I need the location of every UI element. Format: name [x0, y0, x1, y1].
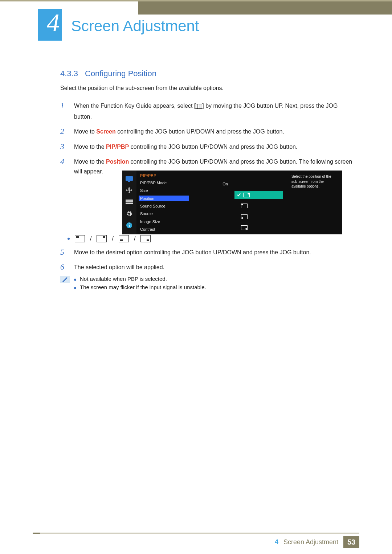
section-number: 4.3.3 [60, 69, 78, 78]
footer: 4 Screen Adjustment 53 [275, 536, 359, 548]
note-icon [60, 276, 70, 283]
osd-item: PIP/PBP Mode [140, 180, 187, 185]
position-br-icon [241, 225, 248, 230]
keyword-position: Position [106, 159, 129, 165]
svg-rect-9 [129, 225, 130, 227]
step-number: 1 [60, 101, 68, 122]
osd-description: Select the position of the sub-screen fr… [287, 171, 342, 234]
svg-rect-3 [126, 176, 133, 181]
osd-options [231, 171, 287, 234]
position-tr-icon [97, 235, 107, 242]
list-icon [125, 199, 133, 205]
svg-rect-7 [126, 203, 133, 204]
osd-item: Image Size [140, 219, 187, 224]
osd-title: PIP/PBP [140, 173, 187, 178]
bullet-icon [68, 238, 70, 240]
svg-rect-5 [126, 200, 133, 201]
osd-screenshot: PIP/PBP PIP/PBP Mode Size Position Sound… [122, 171, 342, 234]
osd-option [234, 223, 283, 231]
osd-items: PIP/PBP PIP/PBP Mode Size Position Sound… [136, 171, 191, 234]
note-block: Not available when PBP is selected. The … [60, 276, 356, 292]
osd-option-selected [234, 191, 283, 199]
footer-separator-accent [33, 533, 40, 534]
bullet-icon [74, 287, 76, 289]
step-body: The selected option will be applied. [74, 262, 356, 272]
osd-item: Source [140, 211, 187, 217]
step-3: 3 Move to the PIP/PBP controlling the JO… [60, 142, 356, 152]
svg-rect-10 [129, 223, 130, 224]
position-bl-icon [119, 235, 129, 242]
note-text: Not available when PBP is selected. [80, 276, 167, 282]
position-bl-icon [241, 214, 248, 219]
text: Move to [74, 128, 96, 135]
step-number: 5 [60, 247, 68, 257]
step-6: 6 The selected option will be applied. [60, 262, 356, 272]
section-title: Configuring Position [85, 69, 156, 78]
position-br-icon [140, 235, 151, 242]
note-text: The screen may flicker if the input sign… [80, 284, 206, 290]
separator: / [134, 235, 135, 242]
position-tl-icon [241, 204, 248, 208]
osd-item: Sound Source [140, 203, 187, 209]
footer-page-number: 53 [343, 536, 359, 548]
keyword-pippbp: PIP/PBP [106, 144, 129, 150]
osd-option [234, 213, 283, 221]
osd-category-sidebar [122, 171, 136, 234]
move-icon [125, 187, 133, 194]
menu-icon [196, 102, 202, 112]
steps-list: 1 When the Function Key Guide appears, s… [60, 96, 356, 176]
lower-content: / / / 5 Move to the desired option contr… [68, 231, 356, 292]
osd-values: On [191, 171, 231, 234]
bullet-icon [74, 279, 76, 281]
step-2: 2 Move to Screen controlling the JOG but… [60, 127, 356, 136]
step-1: 1 When the Function Key Guide appears, s… [60, 101, 356, 122]
position-options-row: / / / [68, 235, 356, 242]
svg-rect-11 [62, 282, 64, 282]
step-5: 5 Move to the desired option controlling… [60, 247, 356, 257]
step-body: Move to the desired option controlling t… [74, 247, 356, 257]
text: controlling the JOG button UP/DOWN and p… [129, 144, 297, 150]
header-olive-bar [138, 1, 392, 15]
step-body: When the Function Key Guide appears, sel… [74, 101, 356, 122]
step-number: 3 [60, 142, 68, 152]
osd-value-on: On [191, 180, 231, 188]
svg-rect-4 [128, 181, 130, 182]
step-body: Move to Screen controlling the JOG butto… [74, 127, 356, 136]
osd-item-active: Position [139, 196, 189, 201]
note-body: Not available when PBP is selected. The … [74, 276, 356, 292]
separator: / [112, 235, 113, 242]
footer-chapter-number: 4 [275, 538, 278, 546]
chapter-title: Screen Adjustment [71, 17, 199, 35]
footer-separator [33, 533, 359, 534]
text: Move to the [74, 159, 106, 165]
step-number: 6 [60, 262, 68, 272]
svg-rect-6 [126, 201, 133, 202]
chapter-number: 4 [47, 10, 60, 36]
position-tl-icon [75, 235, 85, 242]
chapter-number-box: 4 [38, 9, 62, 41]
osd-item: Size [140, 188, 187, 193]
text: Move to the [74, 144, 106, 150]
check-icon [237, 193, 241, 197]
step-body: Move to the PIP/PBP controlling the JOG … [74, 142, 356, 152]
intro-text: Select the position of the sub-screen fr… [60, 85, 356, 91]
info-icon [125, 222, 133, 229]
position-tr-icon [243, 193, 250, 197]
text: controlling the JOG button UP/DOWN and p… [116, 128, 284, 135]
separator: / [90, 235, 91, 242]
osd-option [234, 202, 283, 210]
step-number: 4 [60, 157, 68, 176]
gear-icon [125, 210, 133, 217]
footer-chapter-title: Screen Adjustment [283, 538, 338, 546]
text: When the Function Key Guide appears, sel… [74, 103, 196, 109]
monitor-icon [125, 176, 133, 182]
svg-rect-0 [196, 104, 202, 109]
keyword-screen: Screen [96, 128, 115, 135]
step-number: 2 [60, 127, 68, 136]
